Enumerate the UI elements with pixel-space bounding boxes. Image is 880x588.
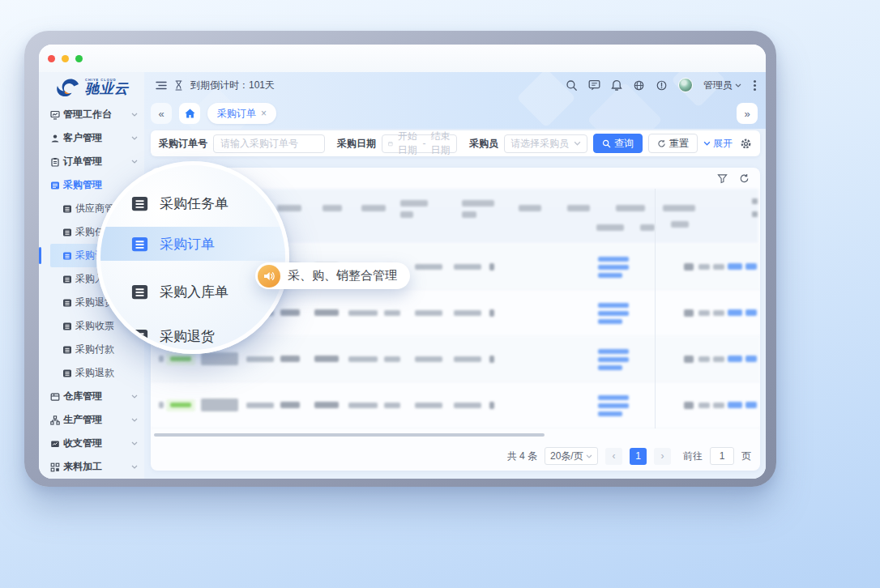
tab-label: 采购订单 xyxy=(217,107,256,121)
maximize-window-dot[interactable] xyxy=(75,55,83,62)
username-menu[interactable]: 管理员 xyxy=(703,79,741,92)
message-icon[interactable] xyxy=(588,79,600,91)
sidebar-item-processing[interactable]: 来料加工 xyxy=(39,455,144,479)
page-1-button[interactable]: 1 xyxy=(630,448,647,465)
window-titlebar xyxy=(39,45,766,72)
blurred-cell xyxy=(598,411,622,416)
filter-funnel-icon[interactable] xyxy=(717,173,728,184)
blurred-cell xyxy=(598,365,622,370)
list-icon xyxy=(130,194,149,213)
list-icon xyxy=(62,204,72,214)
sidebar-submenu-label: 采购收票 xyxy=(75,319,114,333)
search-icon[interactable] xyxy=(566,79,578,92)
blurred-cell xyxy=(598,357,629,362)
expand-filters-link[interactable]: 展开 xyxy=(703,137,733,151)
next-page-button[interactable]: › xyxy=(654,448,671,465)
speaker-icon xyxy=(258,265,280,288)
blurred-cell xyxy=(280,402,300,408)
table-row[interactable] xyxy=(151,336,760,382)
magnified-item-label: 采购退货 xyxy=(160,327,215,346)
blurred-cell xyxy=(671,221,689,228)
sidebar-submenu-item[interactable]: 采购付款 xyxy=(50,338,144,361)
blurred-cell xyxy=(598,349,629,354)
sidebar-item-finance[interactable]: 收支管理 xyxy=(39,432,144,455)
date-range-picker[interactable]: 开始日期 - 结束日期 xyxy=(382,134,457,153)
sidebar-item-warehouse[interactable]: 仓库管理 xyxy=(39,385,144,408)
customer-icon xyxy=(50,134,60,143)
blurred-cell xyxy=(663,205,695,211)
blurred-cell xyxy=(277,205,301,211)
blurred-cell xyxy=(454,264,481,270)
blurred-cell xyxy=(598,265,629,270)
page-size-select[interactable]: 20条/页 xyxy=(545,447,598,465)
reset-button[interactable]: 重置 xyxy=(648,134,698,153)
blurred-cell xyxy=(314,309,339,316)
blurred-cell xyxy=(280,309,300,316)
filter-settings-gear-icon[interactable] xyxy=(740,138,752,150)
date-separator: - xyxy=(423,138,426,149)
more-options-icon[interactable] xyxy=(752,79,758,92)
magnified-item-purchase-order[interactable]: 采购订单 xyxy=(100,227,285,261)
sidebar-submenu-item[interactable]: 采购退款 xyxy=(50,361,144,385)
search-button[interactable]: 查询 xyxy=(593,134,643,153)
sidebar-item-workbench[interactable]: 管理工作台 xyxy=(39,103,144,126)
collapse-menu-icon[interactable] xyxy=(156,81,167,90)
blurred-cell xyxy=(246,356,274,362)
app-logo: CHIYE CLOUD 驰业云 xyxy=(39,72,144,101)
blurred-cell xyxy=(400,211,413,218)
blurred-cell xyxy=(454,403,481,408)
user-avatar[interactable] xyxy=(678,78,693,92)
blurred-cell xyxy=(745,263,757,270)
blurred-cell xyxy=(728,402,742,408)
list-icon xyxy=(62,322,72,331)
tabs-scroll-left-button[interactable]: « xyxy=(151,103,172,124)
magnified-item-purchase-task[interactable]: 采购任务单 xyxy=(100,186,285,220)
tabs-scroll-right-button[interactable]: » xyxy=(737,103,758,124)
blurred-cell xyxy=(384,356,400,362)
scrollbar-thumb[interactable] xyxy=(154,433,545,437)
info-icon[interactable] xyxy=(656,79,668,92)
table-row[interactable] xyxy=(151,382,760,428)
blurred-cell xyxy=(159,402,164,408)
globe-icon[interactable] xyxy=(633,79,645,92)
blurred-cell xyxy=(684,356,694,363)
list-icon xyxy=(62,369,72,378)
sidebar-item-production[interactable]: 生产管理 xyxy=(39,408,144,432)
blurred-cell xyxy=(454,310,481,316)
purchase-date-label: 采购日期 xyxy=(337,137,376,151)
blurred-cell xyxy=(713,310,724,316)
logo-swoosh-icon xyxy=(54,77,82,96)
order-no-input[interactable] xyxy=(213,134,325,153)
blurred-cell xyxy=(598,303,629,308)
blurred-cell xyxy=(640,224,655,231)
refresh-icon[interactable] xyxy=(739,173,750,184)
tab-purchase-order[interactable]: 采购订单 × xyxy=(207,103,276,124)
close-window-dot[interactable] xyxy=(48,55,55,62)
tab-close-icon[interactable]: × xyxy=(261,108,267,119)
blurred-cell xyxy=(348,403,378,408)
minimize-window-dot[interactable] xyxy=(62,55,69,62)
buyer-select[interactable]: 请选择采购员 xyxy=(504,134,587,153)
sidebar-item-label: 管理工作台 xyxy=(63,108,112,121)
header-banner: 到期倒计时：101天 管理员 xyxy=(144,72,766,129)
blurred-cell xyxy=(598,273,622,278)
sidebar-item-label: 来料加工 xyxy=(63,460,102,474)
sidebar-item-customers[interactable]: 客户管理 xyxy=(39,126,144,150)
blurred-cell xyxy=(684,309,694,317)
finance-icon xyxy=(50,439,60,449)
home-button[interactable] xyxy=(179,103,200,124)
horizontal-scrollbar[interactable] xyxy=(151,432,760,438)
blurred-cell xyxy=(698,310,710,316)
blurred-cell xyxy=(201,352,238,365)
search-icon xyxy=(602,139,611,148)
list-icon xyxy=(62,275,72,284)
blurred-cell xyxy=(598,257,629,262)
blurred-cell xyxy=(698,264,710,270)
goto-page-input[interactable] xyxy=(710,447,734,465)
fixed-column-divider xyxy=(655,189,656,428)
bell-icon[interactable] xyxy=(611,79,622,92)
blurred-cell xyxy=(684,263,694,271)
blurred-cell xyxy=(489,356,494,363)
prev-page-button[interactable]: ‹ xyxy=(605,448,622,465)
sidebar-item-orders[interactable]: 订单管理 xyxy=(39,150,144,173)
